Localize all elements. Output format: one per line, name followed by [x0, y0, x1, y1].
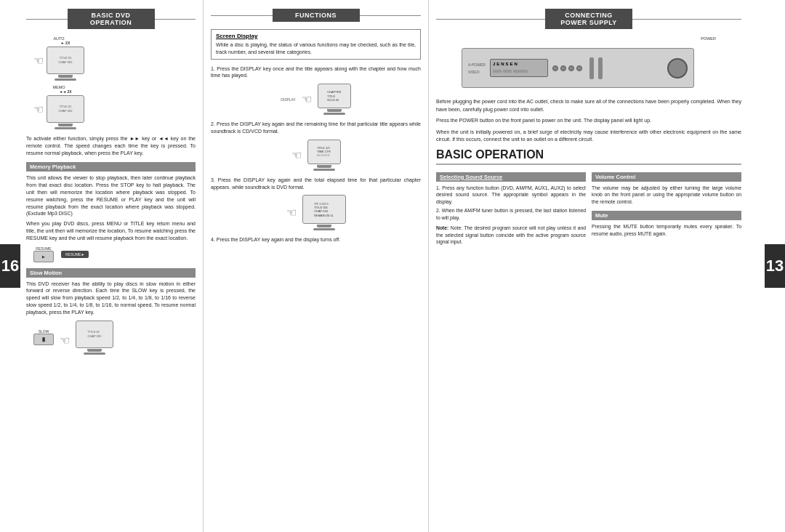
press-power-text: Press the POWER button on the front pane… [436, 117, 741, 125]
receiver-image: A-POWER VIDEO JENSEN [462, 48, 694, 88]
selecting-sound-text1: 1. Press any function button (DVD, AM/FM… [436, 185, 586, 206]
step1-text: 1. Press the DISPLAY key once and the ti… [211, 65, 421, 80]
screen-display-box: Screen Display While a disc is playing, … [211, 29, 421, 60]
receiver-display: JENSEN [490, 59, 548, 77]
when-powered-text: When the unit is initially powered on, a… [436, 129, 741, 144]
step2-text: 2. Press the DISPLAY key again and the r… [211, 121, 421, 135]
page-container: 16 13 BASIC DVD OPERATION AUTO ☜ ► 2X [0, 0, 785, 532]
tv-screen-memo: TITLE 01 CHAP 002 [47, 95, 84, 123]
tv-step1-screen: CHAPTER TITLE 00:12:34 [318, 84, 351, 108]
tv-step1-content: CHAPTER TITLE 00:12:34 [326, 89, 342, 103]
volume-control-title: Volume Control [592, 172, 741, 182]
resume-indicator: RESUME► [61, 251, 89, 258]
tv-screen-auto: TITLE 01 CHAP 002 [47, 47, 84, 74]
screen-display-title: Screen Display [216, 33, 416, 39]
right-header-wrapper: CONNECTING POWER SUPPLY [436, 9, 741, 29]
resume-label: RESUME [36, 246, 51, 251]
mute-text: Pressing the MUTE button temporarily mut… [592, 223, 741, 237]
left-header-line1: BASIC DVD [73, 12, 149, 19]
memory-playback-text2: When you play DVD discs, press MENU or T… [26, 220, 196, 241]
auto-section: AUTO ☜ ► 2X TITLE 01 CHAP 002 [33, 36, 84, 81]
tv-step3: TIT 1 CH 5 TITLE 005 CHAP 034 REMAIN 00:… [302, 195, 346, 230]
tv-step3-screen: TIT 1 CH 5 TITLE 005 CHAP 034 REMAIN 00:… [302, 195, 346, 224]
col-right: CONNECTING POWER SUPPLY POWER A-POWER VI… [429, 0, 765, 532]
resume-button-img: ▶ [33, 251, 54, 262]
page-number-right: 13 [765, 244, 785, 288]
left-header-line2: OPERATION [73, 19, 149, 26]
mute-title: Mute [592, 211, 741, 220]
right-header-line1: CONNECTING [551, 12, 627, 19]
slow-motion-text: This DVD receiver has the ability to pla… [26, 281, 196, 316]
tv-memo: ◄◄ 2X TITLE 01 CHAP 002 [47, 89, 84, 129]
receiver-buttons [552, 65, 582, 71]
left-header-wrapper: BASIC DVD OPERATION [26, 9, 196, 29]
selecting-sound-item: Selecting Sound Source 1. Press any func… [436, 172, 586, 246]
slow-button-img: ▐▌ [33, 334, 54, 345]
middle-header-wrapper: FUNCTIONS [211, 9, 421, 22]
tv-screen-slow: TITLE 01 CHAP 002 [76, 321, 113, 348]
before-plugging-text: Before plugging the power cord into the … [436, 98, 741, 113]
volume-knob [667, 58, 688, 78]
right-section-header: CONNECTING POWER SUPPLY [545, 9, 632, 29]
page-num-left-value: 16 [1, 257, 19, 275]
step4-text: 4. Press the DISPLAY key again and the d… [211, 236, 421, 243]
display-label-text: DISPLAY [281, 97, 296, 102]
tv-step2-screen: TITLE 1/5 TIME CTR BLU/VCD [307, 140, 341, 164]
screen-display-intro: While a disc is playing, the status of v… [216, 41, 416, 56]
left-section-header: BASIC DVD OPERATION [68, 9, 155, 29]
volume-mute-item: Volume Control The volume may be adjuste… [592, 172, 741, 246]
page-num-right-value: 13 [766, 257, 784, 275]
selecting-sound-title: Selecting Sound Source [436, 172, 586, 182]
selecting-sound-text2: 2. When the AM/FM tuner button is presse… [436, 207, 586, 221]
memory-playback-text1: This unit allows the viewer to stop play… [26, 174, 196, 217]
middle-section-header: FUNCTIONS [273, 9, 360, 22]
middle-header-text: FUNCTIONS [295, 12, 337, 19]
step3-text: 3. Press the DISPLAY key again and the t… [211, 177, 421, 191]
rec-btn-2 [560, 65, 566, 71]
receiver-section: POWER A-POWER VIDEO JENSEN [462, 36, 716, 94]
intro-text: To activate either function, simply pres… [26, 135, 196, 156]
rec-btn-1 [552, 65, 558, 71]
tv-step1: CHAPTER TITLE 00:12:34 [318, 84, 351, 115]
page-number-left: 16 [0, 244, 20, 288]
right-header-line2: POWER SUPPLY [551, 19, 627, 26]
operation-grid: Selecting Sound Source 1. Press any func… [436, 172, 741, 246]
jensen-brand-label: JENSEN [491, 60, 547, 68]
power-indicator-label: POWER [462, 36, 716, 41]
volume-control-text: The volume may be adjusted by either tur… [592, 185, 741, 206]
col-left: BASIC DVD OPERATION AUTO ☜ ► 2X TITLE 01… [0, 0, 204, 532]
col-middle: FUNCTIONS Screen Display While a disc is… [204, 0, 429, 532]
tv-step2-content: TITLE 1/5 TIME CTR BLU/VCD [315, 145, 332, 159]
note-text: Note: Note: The desired program source w… [436, 225, 586, 246]
rec-btn-3 [568, 65, 574, 71]
rec-btn-4 [576, 65, 582, 71]
display-label-1: DISPLAY [281, 97, 296, 102]
tv-slow: TITLE 01 CHAP 002 [76, 321, 113, 355]
tv-auto: ► 2X TITLE 01 CHAP 002 [47, 41, 84, 81]
memory-playback-title: Memory Playback [26, 162, 196, 172]
memo-section: MEMO ☜ ◄◄ 2X TITLE 01 CHAP 002 [33, 85, 84, 129]
tv-step2: TITLE 1/5 TIME CTR BLU/VCD [307, 140, 341, 171]
basic-operation-title: BASIC OPERATION [436, 148, 741, 165]
tv-step3-content: TIT 1 CH 5 TITLE 005 CHAP 034 REMAIN 00:… [313, 201, 335, 219]
slow-motion-title: Slow Motion [26, 268, 196, 278]
